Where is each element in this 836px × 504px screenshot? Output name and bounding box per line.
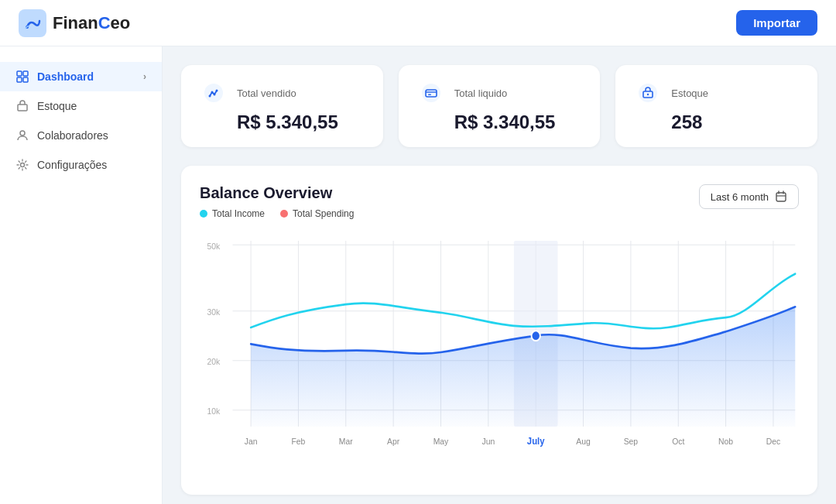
x-label-aug: Aug <box>576 437 590 447</box>
sidebar-item-dashboard-label: Dashboard <box>37 70 94 83</box>
sidebar-item-colaboradores[interactable]: Colaboradores <box>0 121 162 150</box>
legend-income: Total Income <box>200 208 265 219</box>
x-label-nob: Nob <box>718 437 733 447</box>
card-estoque: Estoque 258 <box>615 65 817 147</box>
legend-income-dot <box>200 210 207 218</box>
liquido-icon <box>417 79 445 107</box>
card-value-vendido: R$ 5.340,55 <box>200 111 365 133</box>
chart-title: Balance Overview <box>200 184 354 202</box>
x-label-jun: Jun <box>481 437 495 447</box>
chart-container: Balance Overview Total Income Total Spen… <box>181 166 817 495</box>
x-label-sep: Sep <box>624 437 638 447</box>
svg-rect-19 <box>776 193 786 201</box>
card-title-liquido: Total liquido <box>454 87 508 99</box>
sidebar-item-estoque-label: Estoque <box>37 100 77 112</box>
x-label-may: May <box>433 437 449 447</box>
logo-text: FinanCeo <box>53 13 130 33</box>
chart-title-area: Balance Overview Total Income Total Spen… <box>200 184 354 219</box>
y-label-30k: 30k <box>207 307 220 317</box>
x-label-dec: Dec <box>766 437 781 447</box>
legend-spending-dot <box>280 210 288 218</box>
configuracoes-icon <box>15 158 29 172</box>
svg-point-7 <box>21 163 25 167</box>
card-title-vendido: Total vendido <box>237 87 296 99</box>
card-header-estoque: Estoque <box>634 79 799 107</box>
card-total-vendido: Total vendido R$ 5.340,55 <box>181 65 383 147</box>
logo-icon <box>19 9 46 37</box>
sidebar-item-estoque[interactable]: Estoque <box>0 91 162 121</box>
calendar-icon <box>775 190 787 203</box>
topbar: FinanCeo Importar <box>0 0 836 46</box>
sidebar-item-configuracoes[interactable]: Configurações <box>0 150 162 180</box>
svg-point-18 <box>647 94 649 95</box>
svg-point-12 <box>216 90 218 92</box>
estoque-icon <box>15 99 29 113</box>
svg-rect-2 <box>23 71 28 76</box>
chart-legend: Total Income Total Spending <box>200 208 354 219</box>
y-label-50k: 50k <box>207 241 220 251</box>
svg-point-10 <box>211 91 214 94</box>
x-label-apr: Apr <box>387 437 399 447</box>
svg-rect-5 <box>18 105 27 111</box>
svg-point-6 <box>20 131 25 135</box>
colaboradores-icon <box>15 129 29 142</box>
y-label-20k: 20k <box>207 356 220 366</box>
svg-point-11 <box>214 94 216 96</box>
estoque-card-icon <box>634 79 662 107</box>
period-button[interactable]: Last 6 month <box>699 184 799 209</box>
chart-svg: 50k 30k 20k 10k <box>200 228 799 476</box>
svg-point-9 <box>209 95 211 98</box>
legend-spending: Total Spending <box>280 208 354 219</box>
card-total-liquido: Total liquido R$ 3.340,55 <box>399 65 601 147</box>
content: Total vendido R$ 5.340,55 Total li <box>163 46 836 504</box>
x-label-jan: Jan <box>245 437 258 447</box>
card-value-liquido: R$ 3.340,55 <box>417 111 582 133</box>
x-label-oct: Oct <box>672 437 684 447</box>
chart-wrap: 50k 30k 20k 10k <box>200 228 799 476</box>
svg-rect-15 <box>428 94 431 96</box>
x-label-mar: Mar <box>339 437 353 447</box>
summary-cards: Total vendido R$ 5.340,55 Total li <box>181 65 817 147</box>
svg-rect-3 <box>17 77 22 82</box>
card-header-vendido: Total vendido <box>200 79 365 107</box>
legend-income-label: Total Income <box>212 208 265 219</box>
svg-point-13 <box>422 84 440 102</box>
import-button[interactable]: Importar <box>736 10 817 36</box>
main-layout: Dashboard › Estoque Colaboradores <box>0 46 836 504</box>
card-value-estoque: 258 <box>634 111 799 133</box>
vendido-icon <box>200 79 228 107</box>
svg-rect-4 <box>23 77 28 82</box>
svg-rect-1 <box>17 71 22 76</box>
dashboard-icon <box>15 70 29 84</box>
svg-point-16 <box>639 84 657 102</box>
sidebar: Dashboard › Estoque Colaboradores <box>0 46 163 504</box>
x-label-feb: Feb <box>291 437 305 447</box>
period-label: Last 6 month <box>711 191 769 203</box>
chevron-right-icon: › <box>143 71 146 82</box>
sidebar-item-dashboard[interactable]: Dashboard › <box>0 62 162 91</box>
logo: FinanCeo <box>19 9 130 37</box>
x-label-july: July <box>527 436 545 447</box>
y-label-10k: 10k <box>207 406 220 416</box>
sidebar-item-colaboradores-label: Colaboradores <box>37 129 108 142</box>
card-title-estoque: Estoque <box>671 87 708 99</box>
july-dot <box>532 331 540 341</box>
sidebar-item-configuracoes-label: Configurações <box>37 159 107 171</box>
chart-header: Balance Overview Total Income Total Spen… <box>200 184 799 219</box>
card-header-liquido: Total liquido <box>417 79 582 107</box>
legend-spending-label: Total Spending <box>293 208 354 219</box>
